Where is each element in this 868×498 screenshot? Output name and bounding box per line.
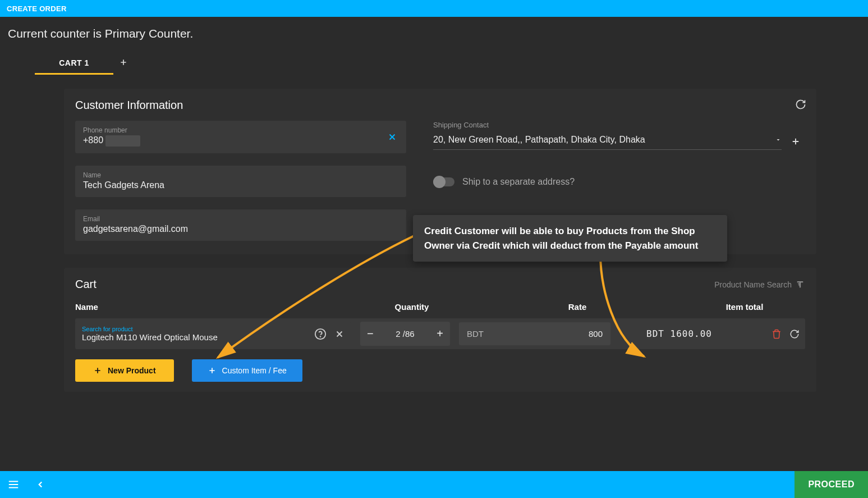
close-icon xyxy=(387,132,397,142)
col-total: Item total xyxy=(650,302,805,312)
custom-item-button[interactable]: Custom Item / Fee xyxy=(192,359,302,382)
counter-message: Current counter is Primary Counter. xyxy=(8,27,860,40)
ship-separate-toggle[interactable] xyxy=(433,177,454,186)
plus-icon xyxy=(93,366,102,375)
ship-separate-label: Ship to a separate address? xyxy=(462,177,575,187)
chevron-down-icon xyxy=(775,136,782,143)
help-circle-icon xyxy=(314,328,327,340)
col-name: Name xyxy=(75,302,364,312)
proceed-button[interactable]: PROCEED xyxy=(794,471,868,498)
trash-icon xyxy=(771,329,782,339)
email-label: Email xyxy=(83,215,398,223)
cart-columns: Name Quantity Rate Item total xyxy=(75,299,805,318)
product-name: Logitech M110 Wired Optical Mouse xyxy=(82,332,314,342)
name-value: Tech Gadgets Arena xyxy=(83,180,398,190)
cart-row: Search for product Logitech M110 Wired O… xyxy=(75,318,805,349)
rate-value: 800 xyxy=(589,329,603,339)
phone-value: +880 xyxy=(83,135,398,147)
search-product-label: Search for product xyxy=(82,326,314,332)
refresh-icon xyxy=(789,329,800,339)
rate-currency: BDT xyxy=(467,329,484,339)
top-bar: CREATE ORDER xyxy=(0,0,868,17)
new-product-button[interactable]: New Product xyxy=(75,359,174,382)
annotation-callout: Credit Customer will be able to buy Prod… xyxy=(413,215,727,262)
cart-panel: Cart Product Name Search Name Quantity R… xyxy=(64,268,816,392)
shipping-value: 20, New Green Road,, Pathapath, Dhaka Ci… xyxy=(433,135,645,145)
phone-label: Phone number xyxy=(83,126,398,134)
menu-button[interactable] xyxy=(0,478,27,491)
qty-decrease-button[interactable]: − xyxy=(367,327,374,340)
clear-product-button[interactable] xyxy=(334,329,345,339)
product-search-field[interactable]: Search for product Logitech M110 Wired O… xyxy=(75,322,351,345)
add-shipping-button[interactable] xyxy=(786,136,805,147)
product-search-mode[interactable]: Product Name Search xyxy=(714,280,805,290)
cart-section-title: Cart xyxy=(75,278,97,291)
refresh-customer-button[interactable] xyxy=(795,99,806,110)
shipping-select[interactable]: 20, New Green Road,, Pathapath, Dhaka Ci… xyxy=(433,133,782,150)
delete-row-button[interactable] xyxy=(771,329,782,339)
text-format-icon xyxy=(795,280,805,290)
email-value: gadgetsarena@gmail.com xyxy=(83,224,398,234)
back-button[interactable] xyxy=(27,479,54,490)
email-field[interactable]: Email gadgetsarena@gmail.com xyxy=(75,209,406,241)
refresh-icon xyxy=(795,99,806,110)
tab-cart-1[interactable]: CART 1 xyxy=(35,54,113,75)
customer-section-title: Customer Information xyxy=(75,99,805,112)
add-tab-button[interactable] xyxy=(119,58,128,71)
product-help-button[interactable] xyxy=(314,328,327,340)
item-total-value: BDT 1600.00 xyxy=(646,328,712,339)
quantity-stepper[interactable]: − 2 /86 + xyxy=(360,322,450,346)
tabs: CART 1 xyxy=(8,54,860,75)
refresh-row-button[interactable] xyxy=(789,329,800,339)
plus-icon xyxy=(119,58,128,67)
svg-point-1 xyxy=(320,336,321,337)
phone-field[interactable]: Phone number +880 xyxy=(75,121,406,153)
name-field[interactable]: Name Tech Gadgets Arena xyxy=(75,166,406,197)
col-qty: Quantity xyxy=(364,302,460,312)
qty-display: 2 /86 xyxy=(396,329,414,339)
rate-field[interactable]: BDT 800 xyxy=(459,322,610,345)
plus-icon xyxy=(208,366,217,375)
clear-phone-button[interactable] xyxy=(387,132,397,142)
chevron-left-icon xyxy=(35,479,45,490)
hamburger-icon xyxy=(7,478,20,491)
name-label: Name xyxy=(83,171,398,179)
col-rate: Rate xyxy=(460,302,650,312)
shipping-label: Shipping Contact xyxy=(433,121,805,129)
close-icon xyxy=(334,329,345,339)
qty-increase-button[interactable]: + xyxy=(437,327,443,340)
page-title: CREATE ORDER xyxy=(7,4,67,13)
bottom-bar: PROCEED xyxy=(0,471,868,498)
plus-icon xyxy=(791,136,801,147)
